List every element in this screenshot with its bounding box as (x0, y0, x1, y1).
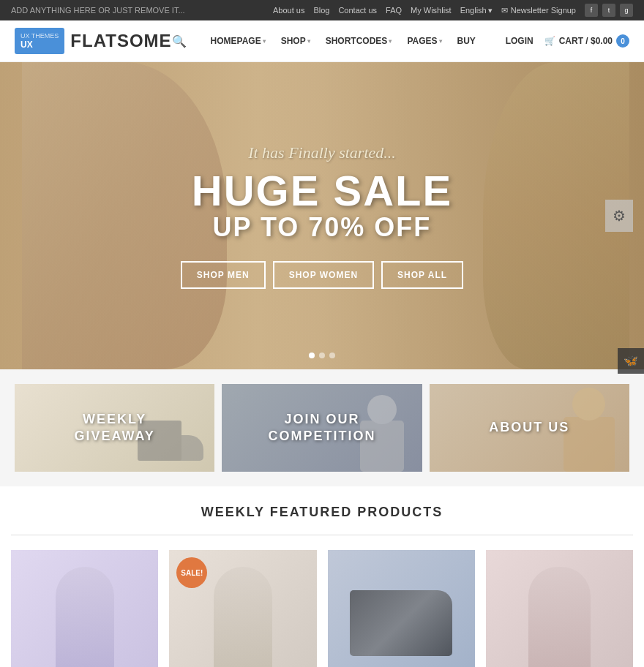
chevron-down-icon: ▾ (439, 38, 442, 45)
about-us-link[interactable]: About us (273, 6, 304, 15)
hero-title: HUGE SALE (181, 170, 463, 212)
newsletter-button[interactable]: ✉ Newsletter Signup (501, 6, 576, 15)
logo-name: FLATSOME (70, 31, 171, 50)
promo-section: WEEKLYGIVEAWAY JOIN OURCOMPETITION ABOUT… (0, 369, 644, 486)
language-selector[interactable]: English ▾ (460, 6, 493, 15)
hero-content: It has Finally started... HUGE SALE UP T… (181, 143, 463, 289)
promo-label-1: WEEKLYGIVEAWAY (15, 384, 214, 472)
product-silhouette-1 (11, 550, 158, 667)
product-card-3[interactable]: SHOES All Star Canvas Hi Converse ★★★★★ … (328, 550, 475, 667)
top-bar-announcement: ADD ANYTHING HERE OR JUST REMOVE IT... (11, 6, 185, 15)
nav-buy[interactable]: BUY (452, 32, 482, 50)
wishlist-link[interactable]: My Wishlist (411, 6, 452, 15)
floating-widget[interactable]: 🦋 (618, 348, 644, 374)
nav-homepage[interactable]: HOMEPAGE ▾ (205, 32, 272, 50)
product-silhouette-4 (486, 550, 633, 667)
sale-badge: SALE! (176, 557, 207, 588)
search-icon[interactable]: 🔍 (172, 34, 187, 48)
cart-button[interactable]: 🛒 CART / $0.00 0 (544, 34, 629, 48)
chevron-down-icon: ▾ (389, 38, 392, 45)
twitter-icon[interactable]: t (602, 4, 615, 17)
products-grid: OUT OF STOCK MEN SS Crew California Sub … (11, 550, 633, 667)
divider (11, 535, 633, 535)
blog-link[interactable]: Blog (313, 6, 329, 15)
top-bar: ADD ANYTHING HERE OR JUST REMOVE IT... A… (0, 0, 644, 20)
promo-about-us[interactable]: ABOUT US (430, 384, 629, 472)
main-nav: HOMEPAGE ▾ SHOP ▾ SHORTCODES ▾ PAGES ▾ B… (205, 32, 506, 50)
product-card-2[interactable]: SALE! MEN Wicked SS O-Neck Selected Homm… (169, 550, 316, 667)
product-card-4[interactable]: SWEATERS Union Sweater NLY Trend ★★★★★ $… (486, 550, 633, 667)
logo-icon: UX THEMES UX (15, 28, 64, 54)
settings-button[interactable]: ⚙ (605, 200, 633, 232)
hero-subtitle: It has Finally started... (181, 143, 463, 162)
shop-men-button[interactable]: SHOP MEN (181, 261, 266, 289)
product-image-2: SALE! (169, 550, 316, 667)
promo-weekly-giveaway[interactable]: WEEKLYGIVEAWAY (15, 384, 214, 472)
nav-shop[interactable]: SHOP ▾ (275, 32, 316, 50)
logo[interactable]: UX THEMES UX FLATSOME (15, 28, 172, 54)
product-image-3 (328, 550, 475, 667)
chevron-down-icon: ▾ (263, 38, 266, 45)
google-plus-icon[interactable]: g (620, 4, 633, 17)
nav-shortcodes[interactable]: SHORTCODES ▾ (320, 32, 398, 50)
facebook-icon[interactable]: f (585, 4, 598, 17)
featured-section: WEEKLY FEATURED PRODUCTS OUT OF STOCK ME… (0, 486, 644, 667)
cart-count-badge: 0 (616, 34, 629, 48)
cart-icon: 🛒 (544, 36, 555, 46)
shop-women-button[interactable]: SHOP WOMEN (273, 261, 374, 289)
slider-dot-1[interactable] (309, 353, 315, 358)
contact-link[interactable]: Contact us (338, 6, 377, 15)
hero-buttons: SHOP MEN SHOP WOMEN SHOP ALL (181, 261, 463, 289)
envelope-icon: ✉ (501, 6, 508, 15)
hero-title2: UP TO 70% OFF (181, 212, 463, 243)
faq-link[interactable]: FAQ (386, 6, 402, 15)
product-image-1: OUT OF STOCK (11, 550, 158, 667)
hero-section: It has Finally started... HUGE SALE UP T… (0, 62, 644, 369)
featured-title: WEEKLY FEATURED PRODUCTS (11, 505, 633, 520)
chevron-down-icon: ▾ (488, 6, 493, 15)
promo-label-2: JOIN OURCOMPETITION (222, 384, 422, 472)
promo-competition[interactable]: JOIN OURCOMPETITION (222, 384, 422, 472)
product-image-4 (486, 550, 633, 667)
header-right: LOGIN 🛒 CART / $0.00 0 (506, 34, 629, 48)
login-button[interactable]: LOGIN (506, 36, 533, 46)
slider-dot-2[interactable] (319, 353, 325, 358)
product-card-1[interactable]: OUT OF STOCK MEN SS Crew California Sub … (11, 550, 158, 667)
chevron-down-icon: ▾ (307, 38, 310, 45)
slider-dot-3[interactable] (329, 353, 335, 358)
promo-label-3: ABOUT US (430, 384, 629, 472)
slider-dots (309, 353, 335, 358)
bug-icon: 🦋 (624, 355, 638, 367)
top-bar-links: About us Blog Contact us FAQ My Wishlist… (273, 4, 633, 17)
header: UX THEMES UX FLATSOME 🔍 HOMEPAGE ▾ SHOP … (0, 20, 644, 62)
social-icons: f t g (585, 4, 633, 17)
product-silhouette-3 (328, 550, 475, 667)
gear-icon: ⚙ (613, 208, 626, 224)
shop-all-button[interactable]: SHOP ALL (381, 261, 463, 289)
nav-pages[interactable]: PAGES ▾ (401, 32, 447, 50)
